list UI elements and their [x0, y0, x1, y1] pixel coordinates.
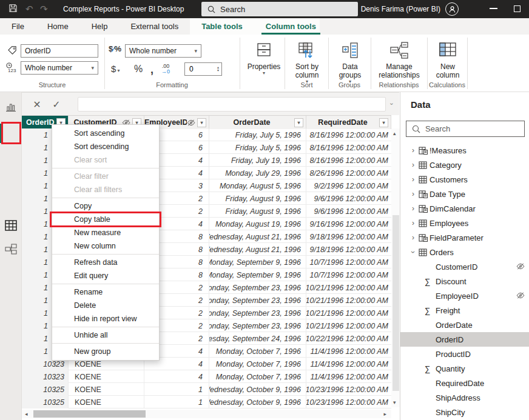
cell-orderdate[interactable]: Monday, September 23, 1996 — [209, 307, 306, 319]
table-item-orders[interactable]: ›Orders — [400, 245, 529, 259]
cell-employeeid[interactable]: 1 — [144, 383, 209, 396]
menu-item-new-measure[interactable]: New measure — [52, 226, 159, 239]
cell-orderdate[interactable]: Friday, August 9, 1996 — [209, 192, 306, 205]
cell-requireddate[interactable]: 10/21/1996 12:00:00 AM — [306, 294, 391, 307]
cell-orderdate[interactable]: Monday, September 23, 1996 — [209, 281, 306, 294]
table-item-employees[interactable]: ›Employees — [400, 216, 529, 230]
field-item-productid[interactable]: ProductID — [400, 347, 529, 361]
cell-customerid[interactable]: KOENE — [69, 370, 144, 383]
cell-requireddate[interactable]: 8/16/1996 12:00:00 AM — [306, 154, 391, 167]
cell-requireddate[interactable]: 10/21/1996 12:00:00 AM — [306, 307, 391, 319]
cell-requireddate[interactable]: 11/4/1996 12:00:00 AM — [306, 345, 391, 358]
stepper-arrows-icon[interactable]: ▴▾ — [217, 66, 221, 72]
cell-orderdate[interactable]: Friday, July 5, 1996 — [209, 128, 306, 141]
cell-requireddate[interactable]: 8/16/1996 12:00:00 AM — [306, 128, 391, 141]
cell-requireddate[interactable]: 8/26/1996 12:00:00 AM — [306, 167, 391, 179]
chevron-collapsed-icon[interactable]: › — [409, 219, 417, 227]
cell-requireddate[interactable]: 10/21/1996 12:00:00 AM — [306, 281, 391, 294]
data-type-dropdown[interactable]: Whole number ▾ — [21, 61, 98, 75]
cell-orderdate[interactable]: Monday, October 7, 1996 — [209, 358, 306, 370]
table-item-date-type[interactable]: ›Date Type — [400, 187, 529, 201]
menu-item-hide-in-report-view[interactable]: Hide in report view — [52, 312, 159, 325]
chevron-collapsed-icon[interactable]: › — [409, 204, 417, 213]
horizontal-scrollbar-thumb[interactable] — [33, 410, 146, 418]
chevron-expanded-icon[interactable]: › — [409, 248, 417, 256]
column-filter-dropdown-icon[interactable]: ▾ — [379, 118, 388, 127]
expand-formula-bar-icon[interactable]: ⌄ — [389, 99, 394, 107]
menu-item-edit-query[interactable]: Edit query — [52, 269, 159, 282]
commit-formula-icon[interactable]: ✓ — [49, 96, 64, 112]
formula-input[interactable] — [78, 97, 386, 112]
scroll-right-icon[interactable]: ▸ — [383, 411, 386, 417]
cell-orderdate[interactable]: Monday, October 7, 1996 — [209, 345, 306, 358]
cell-orderid[interactable]: 10325 — [22, 396, 69, 408]
field-item-quantity[interactable]: ∑Quantity — [400, 361, 529, 376]
scroll-up-icon[interactable]: ▴ — [393, 130, 396, 136]
cell-orderdate[interactable]: Wednesday, October 9, 1996 — [209, 383, 306, 396]
cell-requireddate[interactable]: 10/23/1996 12:00:00 AM — [306, 383, 391, 396]
global-search-box[interactable]: Search — [201, 2, 358, 16]
cell-requireddate[interactable]: 8/16/1996 12:00:00 AM — [306, 141, 391, 154]
table-item-fieldparameter[interactable]: ›FieldParameter — [400, 230, 529, 245]
field-item-shipcity[interactable]: ShipCity — [400, 405, 529, 419]
vertical-scrollbar-thumb[interactable] — [393, 215, 399, 391]
menu-item-new-column[interactable]: New column — [52, 239, 159, 253]
column-name-input[interactable]: OrderID — [21, 44, 98, 58]
chevron-collapsed-icon[interactable]: › — [409, 190, 417, 198]
column-filter-dropdown-icon[interactable]: ▾ — [197, 118, 206, 127]
redo-icon[interactable]: ↷ — [40, 4, 48, 15]
undo-icon[interactable]: ↶ — [25, 4, 33, 15]
chevron-collapsed-icon[interactable]: › — [409, 175, 417, 184]
menu-item-copy-table[interactable]: Copy table — [52, 213, 159, 226]
cell-requireddate[interactable]: 11/4/1996 12:00:00 AM — [306, 358, 391, 370]
fields-search-box[interactable]: Search — [406, 121, 525, 137]
table-item-customers[interactable]: ›Customers — [400, 172, 529, 187]
menu-item-refresh-data[interactable]: Refresh data — [52, 256, 159, 269]
percent-format-button[interactable]: % — [134, 64, 143, 75]
menu-item-sort-descending[interactable]: Sort descending — [52, 140, 159, 153]
field-item-freight[interactable]: ∑Freight — [400, 303, 529, 318]
field-item-employeeid[interactable]: EmployeeID — [400, 288, 529, 303]
properties-button[interactable]: Properties▾ — [244, 41, 284, 88]
field-item-shipaddress[interactable]: ShipAddress — [400, 390, 529, 405]
tab-file[interactable]: File — [0, 18, 36, 35]
cell-orderdate[interactable]: Wednesday, August 21, 1996 — [209, 230, 306, 243]
menu-item-new-group[interactable]: New group — [52, 345, 159, 358]
model-view-button[interactable] — [0, 239, 22, 259]
chevron-collapsed-icon[interactable]: › — [409, 233, 417, 242]
cell-employeeid[interactable]: 1 — [144, 396, 209, 408]
cell-requireddate[interactable]: 9/18/1996 12:00:00 AM — [306, 230, 391, 243]
cell-requireddate[interactable]: 10/7/1996 12:00:00 AM — [306, 268, 391, 281]
cell-orderdate[interactable]: Friday, August 9, 1996 — [209, 205, 306, 218]
signed-in-user[interactable]: Denis Farima (Power BI) — [361, 5, 440, 13]
table-item-dimcalendar[interactable]: ›DimCalendar — [400, 201, 529, 216]
menu-item-sort-ascending[interactable]: Sort ascending — [52, 127, 159, 140]
menu-item-rename[interactable]: Rename — [52, 285, 159, 299]
cell-orderdate[interactable]: Monday, July 29, 1996 — [209, 167, 306, 179]
menu-item-unhide-all[interactable]: Unhide all — [52, 328, 159, 342]
cell-orderdate[interactable]: Friday, July 19, 1996 — [209, 154, 306, 167]
minimize-button[interactable] — [490, 8, 497, 9]
field-item-orderid[interactable]: OrderID — [400, 332, 529, 347]
cell-orderdate[interactable]: Monday, September 9, 1996 — [209, 268, 306, 281]
cell-requireddate[interactable]: 10/23/1996 12:00:00 AM — [306, 396, 391, 408]
data-view-button[interactable] — [0, 215, 22, 236]
format-dropdown[interactable]: Whole number ▾ — [125, 44, 201, 58]
table-item-category[interactable]: ›Category — [400, 158, 529, 172]
cell-orderdate[interactable]: Monday, September 23, 1996 — [209, 319, 306, 332]
cell-orderdate[interactable]: Monday, September 23, 1996 — [209, 294, 306, 307]
cell-orderid[interactable]: 10325 — [22, 383, 69, 396]
cell-orderdate[interactable]: Monday, August 19, 1996 — [209, 218, 306, 230]
save-icon[interactable] — [8, 4, 18, 15]
cell-requireddate[interactable]: 9/6/1996 12:00:00 AM — [306, 192, 391, 205]
cell-employeeid[interactable]: 4 — [144, 370, 209, 383]
cell-requireddate[interactable]: 10/21/1996 12:00:00 AM — [306, 319, 391, 332]
cell-requireddate[interactable]: 10/22/1996 12:00:00 AM — [306, 332, 391, 345]
table-row[interactable]: 10325KOENE1Wednesday, October 9, 199610/… — [22, 383, 391, 396]
decimal-places-icon[interactable]: .00 →0 — [161, 64, 170, 75]
tab-column-tools[interactable]: Column tools — [254, 18, 328, 35]
field-item-customerid[interactable]: CustomerID — [400, 259, 529, 274]
tab-help[interactable]: Help — [80, 18, 120, 35]
cancel-formula-icon[interactable]: ✕ — [29, 96, 45, 112]
cell-orderdate[interactable]: Monday, October 7, 1996 — [209, 370, 306, 383]
